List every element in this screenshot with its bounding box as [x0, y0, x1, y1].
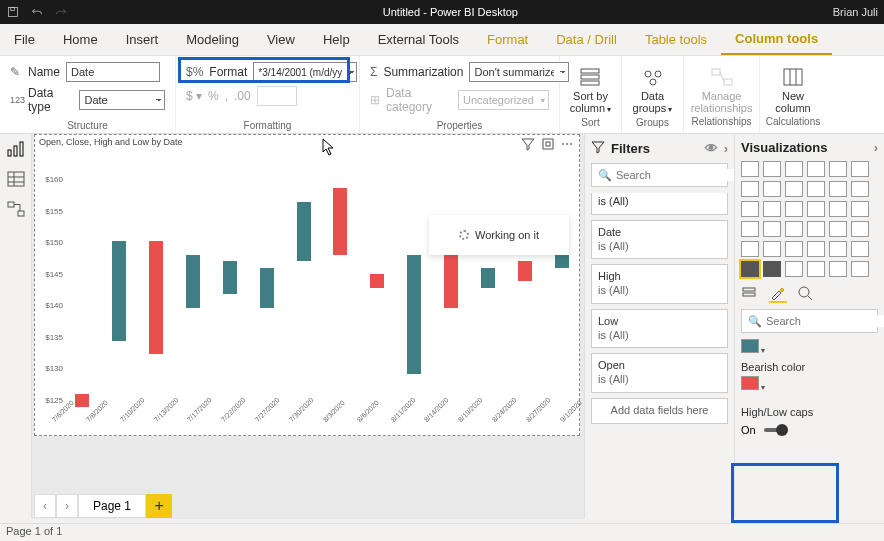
viz-type-icon[interactable] — [829, 221, 847, 237]
filter-card[interactable]: Dateis (All) — [591, 220, 728, 260]
viz-type-icon[interactable] — [741, 261, 759, 277]
tab-home[interactable]: Home — [49, 24, 112, 55]
summarization-select[interactable]: Don't summarize — [469, 62, 569, 82]
page-tab[interactable]: Page 1 — [78, 494, 146, 518]
page-prev[interactable]: ‹ — [34, 494, 56, 518]
view-icon[interactable]: 👁 — [705, 141, 718, 156]
tab-external[interactable]: External Tools — [364, 24, 473, 55]
focus-icon[interactable] — [541, 137, 555, 151]
viz-type-icon[interactable] — [829, 161, 847, 177]
filter-card[interactable]: Openis (All) — [591, 353, 728, 393]
group-caption-properties: Properties — [370, 120, 549, 131]
filter-card[interactable]: Highis (All) — [591, 264, 728, 304]
data-groups-button[interactable]: Data groups ▾ — [623, 62, 683, 115]
viz-type-icon[interactable] — [851, 181, 869, 197]
viz-type-icon[interactable] — [807, 201, 825, 217]
viz-type-icon[interactable] — [741, 161, 759, 177]
tab-table-tools[interactable]: Table tools — [631, 24, 721, 55]
svg-point-6 — [655, 71, 661, 77]
viz-search-input[interactable] — [766, 315, 884, 327]
viz-type-icon[interactable] — [763, 241, 781, 257]
fields-tab-icon[interactable] — [741, 285, 759, 303]
viz-type-icon[interactable] — [807, 241, 825, 257]
add-fields-well[interactable]: Add data fields here — [591, 398, 728, 424]
page-next[interactable]: › — [56, 494, 78, 518]
filter-icon[interactable] — [521, 137, 535, 151]
viz-type-icon[interactable] — [851, 261, 869, 277]
viz-type-icon[interactable] — [763, 201, 781, 217]
highlow-caps-state: On — [741, 424, 756, 436]
viz-type-icon[interactable] — [807, 261, 825, 277]
viz-type-icon[interactable] — [851, 161, 869, 177]
sort-by-column-button[interactable]: Sort by column ▾ — [561, 62, 621, 115]
viz-type-icon[interactable] — [785, 221, 803, 237]
viz-type-icon[interactable] — [763, 221, 781, 237]
svg-point-5 — [645, 71, 651, 77]
page-add[interactable]: + — [146, 494, 172, 518]
viz-type-icon[interactable] — [851, 201, 869, 217]
viz-type-icon[interactable] — [785, 181, 803, 197]
tab-file[interactable]: File — [0, 24, 49, 55]
decimals-icon: .00 — [234, 89, 251, 103]
viz-type-icon[interactable] — [829, 181, 847, 197]
viz-type-icon[interactable] — [741, 201, 759, 217]
name-input[interactable] — [66, 62, 160, 82]
viz-type-icon[interactable] — [807, 181, 825, 197]
tab-help[interactable]: Help — [309, 24, 364, 55]
viz-type-icon[interactable] — [851, 241, 869, 257]
titlebar: Untitled - Power BI Desktop Brian Juli — [0, 0, 884, 24]
report-canvas[interactable]: Open, Close, High and Low by Date ⋯ $160… — [32, 134, 584, 519]
more-icon[interactable]: ⋯ — [561, 137, 575, 151]
viz-gallery — [741, 161, 878, 277]
viz-type-icon[interactable] — [785, 261, 803, 277]
tab-modeling[interactable]: Modeling — [172, 24, 253, 55]
currency-icon: $ ▾ — [186, 89, 202, 103]
tab-insert[interactable]: Insert — [112, 24, 173, 55]
viz-type-icon[interactable] — [785, 161, 803, 177]
undo-icon[interactable] — [30, 5, 44, 19]
viz-type-icon[interactable] — [785, 201, 803, 217]
tab-view[interactable]: View — [253, 24, 309, 55]
new-column-button[interactable]: New column — [763, 62, 823, 114]
filter-card[interactable]: Lowis (All) — [591, 309, 728, 349]
viz-type-icon[interactable] — [829, 241, 847, 257]
data-view-icon[interactable] — [6, 170, 26, 188]
tab-data-drill[interactable]: Data / Drill — [542, 24, 631, 55]
viz-search[interactable]: 🔍 — [741, 309, 878, 333]
search-icon: 🔍 — [748, 315, 762, 328]
viz-type-icon[interactable] — [741, 221, 759, 237]
viz-type-icon[interactable] — [763, 181, 781, 197]
save-icon[interactable] — [6, 5, 20, 19]
bearish-color-swatch[interactable] — [741, 376, 759, 390]
viz-type-icon[interactable] — [829, 261, 847, 277]
viz-type-icon[interactable] — [763, 261, 781, 277]
viz-type-icon[interactable] — [741, 241, 759, 257]
viz-type-icon[interactable] — [851, 221, 869, 237]
svg-rect-15 — [20, 142, 23, 156]
viz-type-icon[interactable] — [785, 241, 803, 257]
model-view-icon[interactable] — [6, 200, 26, 218]
svg-rect-1 — [11, 8, 15, 11]
datatype-select[interactable]: Date — [79, 90, 165, 110]
viz-type-icon[interactable] — [807, 161, 825, 177]
candlestick-visual[interactable]: Open, Close, High and Low by Date ⋯ $160… — [34, 134, 580, 436]
user-name[interactable]: Brian Juli — [833, 6, 878, 18]
collapse-icon[interactable]: › — [724, 141, 728, 156]
collapse-icon[interactable]: › — [874, 140, 878, 155]
search-icon: 🔍 — [598, 169, 612, 182]
report-view-icon[interactable] — [6, 140, 26, 158]
svg-rect-22 — [543, 139, 553, 149]
filters-search[interactable]: 🔍 — [591, 163, 728, 187]
tab-format[interactable]: Format — [473, 24, 542, 55]
tab-column-tools[interactable]: Column tools — [721, 24, 832, 55]
viz-type-icon[interactable] — [741, 181, 759, 197]
analytics-tab-icon[interactable] — [797, 285, 815, 303]
viz-type-icon[interactable] — [829, 201, 847, 217]
redo-icon[interactable] — [54, 5, 68, 19]
filter-card[interactable]: is (All) — [591, 193, 728, 215]
viz-type-icon[interactable] — [763, 161, 781, 177]
highlow-caps-toggle[interactable] — [764, 428, 786, 432]
viz-type-icon[interactable] — [807, 221, 825, 237]
format-tab-icon[interactable] — [769, 285, 787, 303]
bullish-color-swatch[interactable] — [741, 339, 759, 353]
